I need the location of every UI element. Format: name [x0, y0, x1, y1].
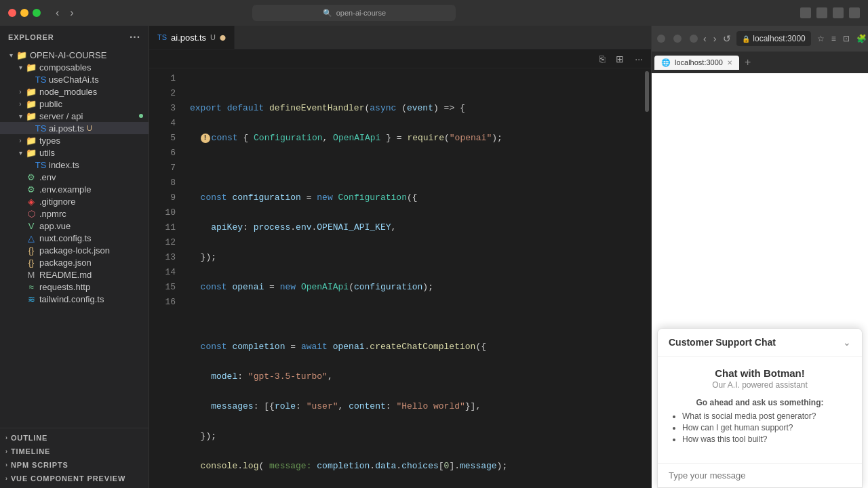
timeline-arrow: ›: [5, 448, 8, 455]
tree-root[interactable]: ▾ 📁 OPEN-AI-COURSE: [0, 49, 149, 61]
file-icon-requests: ≈: [26, 281, 37, 292]
browser-tab-close-button[interactable]: ✕: [727, 59, 732, 66]
chat-suggestion-3[interactable]: How was this tool built?: [682, 434, 851, 444]
sidebar-item-readme[interactable]: M README.md: [0, 268, 149, 281]
sidebar-sections: › OUTLINE › TIMELINE › NPM SCRIPTS › VUE…: [0, 428, 149, 488]
panel-icon-2[interactable]: [816, 7, 827, 18]
tree-arrow-root: ▾: [5, 49, 16, 60]
search-bar[interactable]: 🔍 open-ai-course: [252, 5, 456, 21]
browser-page-content: [652, 73, 868, 323]
folder-icon-server-api: 📁: [26, 110, 37, 121]
forward-button[interactable]: ›: [66, 5, 77, 20]
browser-tab-localhost[interactable]: 🌐 localhost:3000 ✕: [654, 56, 739, 70]
code-line-4: const configuration = new Configuration(…: [190, 190, 643, 205]
sidebar-menu-button[interactable]: ···: [130, 31, 140, 43]
back-button[interactable]: ‹: [52, 5, 63, 20]
chat-input[interactable]: [669, 470, 851, 481]
modified-dot: [139, 114, 143, 118]
sidebar-item-requests[interactable]: ≈ requests.http: [0, 281, 149, 293]
sidebar-item-node-modules[interactable]: › 📁 node_modules: [0, 85, 149, 98]
editor-content[interactable]: 1234 5678 9101112 13141516 export defaul…: [149, 68, 651, 488]
arrow-gitignore: [15, 196, 26, 207]
extensions-button[interactable]: 🧩: [854, 33, 868, 45]
browser-url-bar[interactable]: 🔒 localhost:3000: [736, 31, 810, 46]
browser-toolbar: ‹ › ↺ 🔒 localhost:3000 ☆ ≡ ⊡ 🧩 👤: [652, 26, 868, 52]
screenshot-button[interactable]: ⊡: [841, 33, 852, 45]
file-icon-package-json: {}: [26, 257, 37, 268]
sidebar-item-npmrc[interactable]: ⬡ .npmrc: [0, 207, 149, 220]
chat-greeting-sub: Our A.I. powered assistant: [669, 380, 851, 390]
editor-scrollbar[interactable]: [643, 68, 651, 488]
code-lines[interactable]: export default defineEventHandler(async …: [182, 68, 643, 488]
sidebar-item-package-lock[interactable]: {} package-lock.json: [0, 244, 149, 256]
main-content: EXPLORER ··· ▾ 📁 OPEN-AI-COURSE ▾ 📁 comp…: [0, 26, 868, 488]
btn3[interactable]: [690, 35, 698, 43]
sidebar-item-index-ts[interactable]: TS index.ts: [0, 159, 149, 171]
editor-area: TS ai.post.ts U ⬤ ⎘ ⊞ ··· 1234 5678 9: [149, 26, 651, 488]
sidebar: EXPLORER ··· ▾ 📁 OPEN-AI-COURSE ▾ 📁 comp…: [0, 26, 149, 488]
minimize-button[interactable]: [20, 9, 28, 17]
file-tree: ▾ 📁 OPEN-AI-COURSE ▾ 📁 composables TS us…: [0, 49, 149, 428]
sidebar-item-utils[interactable]: ▾ 📁 utils: [0, 146, 149, 159]
editor-tab-ai-post[interactable]: TS ai.post.ts U ⬤: [149, 26, 235, 49]
layout-icon[interactable]: ⊞: [613, 52, 627, 66]
sidebar-item-env-example[interactable]: ⚙ .env.example: [0, 183, 149, 195]
sidebar-item-server-api[interactable]: ▾ 📁 server / api: [0, 110, 149, 122]
sidebar-item-usechatai[interactable]: TS useChatAi.ts: [0, 73, 149, 85]
chat-suggestion-1[interactable]: What is social media post generator?: [682, 411, 851, 421]
code-line-13: console.log( message: completion.data.ch…: [190, 459, 643, 474]
close-button[interactable]: [8, 9, 16, 17]
panel-icon-4[interactable]: [849, 7, 860, 18]
panel-icon-3[interactable]: [833, 7, 844, 18]
line-numbers: 1234 5678 9101112 13141516: [149, 68, 182, 488]
left-panel: EXPLORER ··· ▾ 📁 OPEN-AI-COURSE ▾ 📁 comp…: [0, 26, 651, 488]
sidebar-item-public[interactable]: › 📁 public: [0, 98, 149, 110]
file-icon-usechatai: TS: [35, 74, 46, 85]
panel-icon-1[interactable]: [800, 7, 811, 18]
browser-forward-button[interactable]: ›: [712, 32, 718, 45]
chat-collapse-button[interactable]: ⌄: [843, 337, 851, 348]
split-editor-icon[interactable]: ⎘: [597, 52, 608, 66]
sidebar-item-gitignore[interactable]: ◈ .gitignore: [0, 195, 149, 207]
more-actions-icon[interactable]: ···: [632, 52, 646, 66]
btn2[interactable]: [673, 35, 682, 43]
sidebar-item-app-vue[interactable]: V app.vue: [0, 220, 149, 232]
editor-tab-bar: TS ai.post.ts U ⬤: [149, 26, 651, 49]
sidebar-item-ai-post[interactable]: TS ai.post.ts U: [0, 122, 149, 134]
arrow-ai-post: [24, 123, 35, 134]
browser-back-button[interactable]: ‹: [702, 32, 708, 45]
search-icon: 🔍: [323, 9, 332, 18]
browser-tab-label: localhost:3000: [675, 58, 723, 66]
reader-button[interactable]: ≡: [829, 33, 838, 45]
browser-new-tab-button[interactable]: +: [742, 56, 753, 68]
chat-suggestions-list: What is social media post generator? How…: [669, 411, 851, 444]
folder-icon-types: 📁: [26, 135, 37, 146]
code-line-2: !const { Configuration, OpenAIApi } = re…: [190, 131, 643, 146]
btn1[interactable]: [657, 35, 665, 43]
sidebar-item-env[interactable]: ⚙ .env: [0, 171, 149, 183]
npm-scripts-section[interactable]: › NPM SCRIPTS: [0, 458, 149, 472]
sidebar-item-tailwind[interactable]: ≋ tailwind.config.ts: [0, 293, 149, 305]
vue-preview-arrow: ›: [5, 475, 8, 482]
sidebar-item-package-json[interactable]: {} package.json: [0, 256, 149, 268]
sidebar-header: EXPLORER ···: [0, 26, 149, 49]
folder-icon-root: 📁: [16, 49, 27, 60]
bookmark-button[interactable]: ☆: [815, 33, 827, 45]
tab-badge: U: [210, 33, 216, 41]
vue-preview-section[interactable]: › VUE COMPONENT PREVIEW: [0, 472, 149, 485]
maximize-button[interactable]: [33, 9, 41, 17]
browser-refresh-button[interactable]: ↺: [722, 32, 732, 45]
timeline-section[interactable]: › TIMELINE: [0, 445, 149, 458]
outline-section[interactable]: › OUTLINE: [0, 431, 149, 445]
chat-suggestion-2[interactable]: How can I get human support?: [682, 423, 851, 432]
title-bar: ‹ › 🔍 open-ai-course: [0, 0, 868, 26]
arrow-app-vue: [15, 220, 26, 231]
sidebar-item-types[interactable]: › 📁 types: [0, 134, 149, 146]
chat-greeting: Chat with Botman! Our A.I. powered assis…: [669, 367, 851, 390]
code-line-3: [190, 161, 643, 176]
file-icon-gitignore: ◈: [26, 196, 37, 207]
sidebar-item-nuxt-config[interactable]: △ nuxt.config.ts: [0, 232, 149, 244]
arrow-readme: [15, 269, 26, 280]
sidebar-item-composables[interactable]: ▾ 📁 composables: [0, 61, 149, 73]
lock-icon: 🔒: [742, 35, 750, 43]
